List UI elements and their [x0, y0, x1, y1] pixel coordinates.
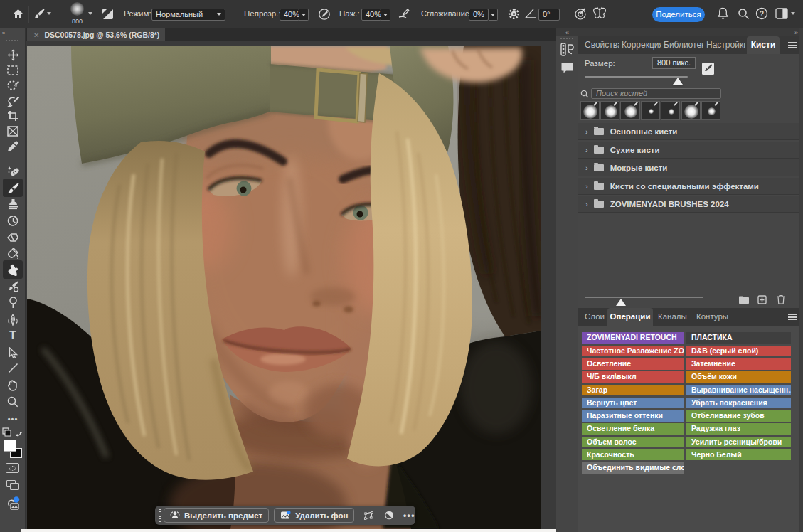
svg-text:?: ?	[760, 10, 764, 18]
